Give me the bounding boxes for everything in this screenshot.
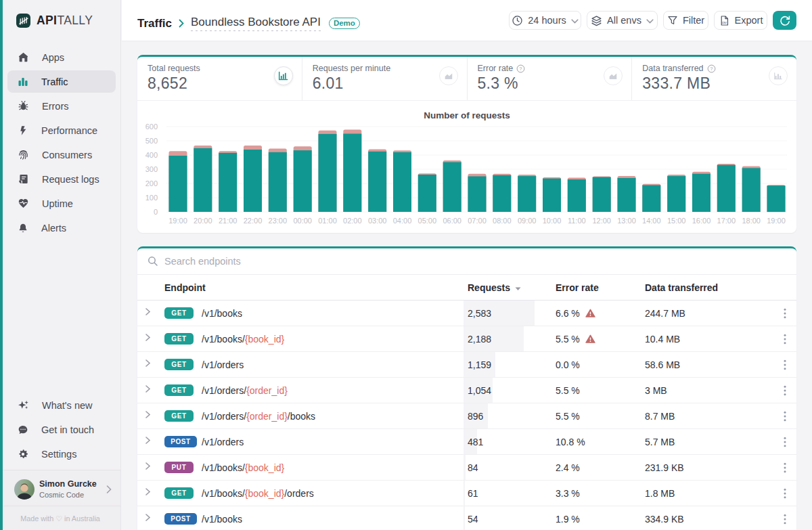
svg-text:03:00: 03:00 [368,217,387,225]
svg-text:18:00: 18:00 [742,217,761,225]
svg-text:01:00: 01:00 [318,217,337,225]
svg-text:100: 100 [145,194,158,202]
svg-text:19:00: 19:00 [767,217,786,225]
svg-text:00:00: 00:00 [293,217,312,225]
svg-text:07:00: 07:00 [468,217,487,225]
svg-text:12:00: 12:00 [592,217,611,225]
svg-text:400: 400 [145,151,158,159]
svg-text:08:00: 08:00 [493,217,512,225]
svg-text:20:00: 20:00 [194,217,212,225]
svg-text:11:00: 11:00 [568,217,586,225]
svg-text:300: 300 [145,165,158,173]
svg-text:500: 500 [145,137,158,145]
svg-text:?: ? [710,66,713,70]
svg-text:200: 200 [145,179,158,187]
svg-text:csv: csv [721,21,727,24]
svg-text:10:00: 10:00 [543,217,562,225]
svg-text:14:00: 14:00 [642,217,661,225]
svg-text:02:00: 02:00 [343,217,362,225]
svg-text:17:00: 17:00 [717,217,736,225]
svg-text:19:00: 19:00 [168,217,187,225]
svg-text:06:00: 06:00 [443,217,461,225]
svg-text:?: ? [520,66,522,70]
svg-text:09:00: 09:00 [518,217,537,225]
svg-text:05:00: 05:00 [418,217,437,225]
svg-text:0: 0 [154,208,158,216]
svg-text:21:00: 21:00 [219,217,238,225]
svg-text:13:00: 13:00 [617,217,636,225]
svg-text:23:00: 23:00 [269,217,288,225]
svg-text:16:00: 16:00 [692,217,711,225]
svg-text:22:00: 22:00 [244,217,263,225]
svg-text:15:00: 15:00 [667,217,686,225]
svg-text:04:00: 04:00 [393,217,412,225]
svg-text:600: 600 [145,123,158,131]
